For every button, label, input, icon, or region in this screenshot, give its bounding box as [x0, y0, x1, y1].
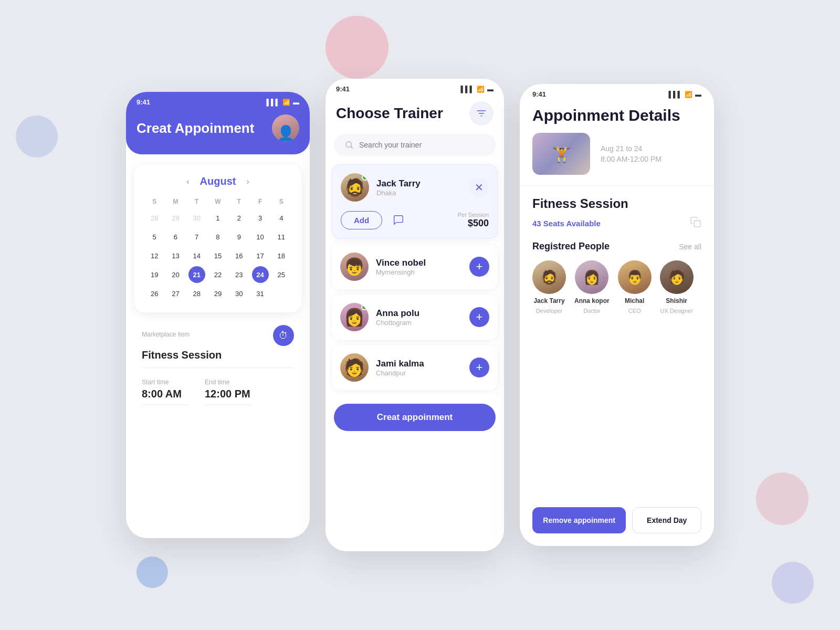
trainer-main-jack: 🧔 Jack Tarry Dhaka ✕ — [341, 173, 489, 202]
cal-day[interactable]: 13 — [167, 247, 184, 264]
trainer-city-anna: Chottogram — [376, 319, 462, 327]
cal-day[interactable]: 1 — [209, 209, 226, 226]
appointment-header: Creat Appoinment 👤 — [126, 106, 310, 154]
create-appointment-btn[interactable]: Creat appoinment — [334, 404, 496, 431]
fitness-session-image: 🏋️ — [532, 133, 590, 175]
cal-day[interactable]: 30 — [230, 285, 247, 302]
cal-day[interactable]: 22 — [209, 266, 226, 283]
bottom-actions: Remove appoinment Extend Day — [520, 495, 714, 546]
cal-day[interactable]: 4 — [273, 209, 290, 226]
cal-day[interactable]: 19 — [146, 266, 163, 283]
search-icon — [344, 140, 354, 150]
search-bar[interactable] — [334, 134, 496, 156]
person-name-shishir: Shishir — [666, 297, 687, 304]
session-info: Marketplace item ⏱ Fitness Session Start… — [126, 312, 310, 417]
trainer-actions-jack: Add Per Session $500 — [341, 208, 489, 230]
cal-day[interactable]: 5 — [146, 228, 163, 245]
battery-icon: ▬ — [293, 99, 299, 106]
trainer-avatar-anna: 👩 — [340, 303, 369, 331]
calendar-month: August — [200, 175, 236, 187]
cal-day[interactable]: 27 — [167, 285, 184, 302]
cal-day[interactable]: 15 — [209, 247, 226, 264]
trainer-info-vince: Vince nobel Mymensingh — [376, 258, 462, 276]
filter-icon — [476, 108, 487, 119]
cal-day[interactable]: 9 — [230, 228, 247, 245]
choose-trainer-header: Choose Trainer — [326, 93, 504, 125]
deco-circle-pink-top — [326, 16, 388, 79]
trainer-main-jami: 🧑 Jami kalma Chandpur + — [340, 353, 489, 382]
calendar-grid: S M T W T F S 28 29 30 1 2 3 4 5 6 7 8 9… — [145, 196, 291, 302]
cal-day[interactable]: 28 — [146, 209, 163, 226]
cal-day[interactable]: 29 — [209, 285, 226, 302]
trainer-item-vince[interactable]: 👦 Vince nobel Mymensingh + — [332, 244, 498, 289]
cal-day[interactable]: 7 — [188, 228, 205, 245]
add-jami-btn[interactable]: + — [469, 358, 489, 377]
person-name-anna: Anna kopor — [574, 297, 610, 304]
cal-day[interactable]: 14 — [188, 247, 205, 264]
add-trainer-btn[interactable]: Add — [341, 211, 382, 229]
cal-day[interactable]: 26 — [146, 285, 163, 302]
status-icons-1: ▌▌▌ 📶 ▬ — [266, 99, 299, 106]
cal-day[interactable]: 25 — [273, 266, 290, 283]
cal-day[interactable]: 20 — [167, 266, 184, 283]
time-2: 9:41 — [336, 85, 350, 93]
add-vince-btn[interactable]: + — [469, 257, 489, 277]
deco-circle-blue-left — [16, 116, 58, 158]
cal-day[interactable]: 3 — [252, 209, 269, 226]
remove-trainer-btn[interactable]: ✕ — [469, 177, 489, 197]
time-3: 9:41 — [532, 90, 546, 98]
copy-icon[interactable] — [690, 216, 701, 230]
cal-day[interactable]: 16 — [230, 247, 247, 264]
chat-btn[interactable] — [388, 210, 408, 230]
signal-icon-2: ▌▌▌ — [460, 86, 474, 93]
marketplace-label: Marketplace item — [142, 331, 190, 338]
cal-day[interactable]: 8 — [209, 228, 226, 245]
cal-day[interactable]: 6 — [167, 228, 184, 245]
extend-day-btn[interactable]: Extend Day — [632, 507, 701, 533]
prev-month-btn[interactable]: ‹ — [186, 177, 189, 186]
person-role-michal: CEO — [628, 308, 641, 314]
cal-day[interactable]: 2 — [230, 209, 247, 226]
cal-day[interactable]: 10 — [252, 228, 269, 245]
cal-day-empty — [273, 285, 290, 302]
trainer-info-jack: Jack Tarry Dhaka — [376, 178, 461, 197]
time-1: 9:41 — [136, 98, 150, 106]
phone-choose-trainer: 9:41 ▌▌▌ 📶 ▬ Choose Trainer 🧔 — [326, 79, 504, 551]
avatar-image: 👤 — [272, 114, 299, 142]
cal-day[interactable]: 18 — [273, 247, 290, 264]
person-face-shishir: 🧑 — [660, 260, 694, 294]
add-anna-btn[interactable]: + — [469, 307, 489, 327]
next-month-btn[interactable]: › — [246, 177, 249, 186]
cal-day[interactable]: 29 — [167, 209, 184, 226]
cal-day[interactable]: 30 — [188, 209, 205, 226]
cal-day[interactable]: 12 — [146, 247, 163, 264]
cal-day[interactable]: 31 — [252, 285, 269, 302]
remove-appointment-btn[interactable]: Remove appoinment — [532, 507, 626, 533]
session-title: Fitness Session — [142, 349, 294, 368]
cal-day[interactable]: 23 — [230, 266, 247, 283]
marketplace-row: Marketplace item ⏱ — [142, 325, 294, 346]
cal-day[interactable]: 11 — [273, 228, 290, 245]
trainer-item-jack[interactable]: 🧔 Jack Tarry Dhaka ✕ Add Per Session $50 — [332, 164, 498, 239]
trainer-item-anna[interactable]: 👩 Anna polu Chottogram + — [332, 295, 498, 340]
person-card-jack: 🧔 Jack Tarry Developer — [532, 260, 566, 314]
cal-day-selected-24[interactable]: 24 — [252, 266, 269, 283]
see-all-link[interactable]: See all — [679, 243, 701, 251]
day-header-s2: S — [272, 196, 291, 207]
trainer-main-anna: 👩 Anna polu Chottogram + — [340, 303, 489, 331]
cal-day-selected-21[interactable]: 21 — [188, 266, 205, 283]
cal-day[interactable]: 17 — [252, 247, 269, 264]
filter-button[interactable] — [469, 101, 494, 125]
day-header-t2: T — [229, 196, 248, 207]
clock-button[interactable]: ⏱ — [273, 325, 294, 346]
deco-circle-pink-right — [756, 472, 808, 525]
fitness-image-row: 🏋️ Aug 21 to 24 8:00 AM-12:00 PM — [520, 133, 714, 185]
user-avatar[interactable]: 👤 — [272, 114, 299, 142]
trainer-item-jami[interactable]: 🧑 Jami kalma Chandpur + — [332, 345, 498, 390]
search-input[interactable] — [359, 141, 485, 149]
registered-people: 🧔 Jack Tarry Developer 👩 Anna kopor Doct… — [532, 260, 701, 314]
cal-day[interactable]: 28 — [188, 285, 205, 302]
svg-rect-1 — [694, 220, 700, 227]
create-appointment-title: Creat Appoinment — [136, 120, 254, 136]
start-time-value: 8:00 AM — [142, 388, 189, 405]
